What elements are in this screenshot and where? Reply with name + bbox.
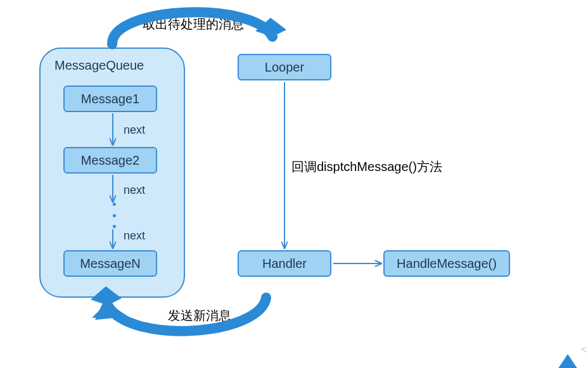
bottom-arc-label: 发送新消息: [168, 307, 231, 324]
ellipsis-dots: [110, 203, 118, 228]
dispatch-label: 回调disptchMessage()方法: [291, 158, 442, 175]
diagram-canvas: { "queue": { "title": "MessageQueue", "m…: [0, 0, 588, 368]
message1-box: Message1: [63, 86, 157, 112]
next-label-1: next: [124, 124, 145, 137]
message2-box: Message2: [63, 147, 157, 174]
looper-box: Looper: [238, 54, 331, 80]
corner-triangle-decoration: [550, 354, 585, 368]
handle-message-box: HandleMessage(): [383, 250, 510, 277]
message-queue-title: MessageQueue: [54, 58, 144, 73]
messageN-box: MessageN: [63, 250, 157, 277]
corner-chevron-icon: <: [581, 344, 587, 355]
svg-point-1: [110, 42, 114, 46]
top-arc-label: 取出待处理的消息: [143, 16, 244, 33]
next-label-3: next: [124, 229, 145, 243]
svg-marker-4: [92, 303, 127, 318]
svg-marker-0: [255, 18, 286, 37]
bottom-swoosh-arrowhead: [95, 299, 127, 320]
next-label-2: next: [124, 184, 145, 197]
handler-box: Handler: [238, 250, 331, 277]
